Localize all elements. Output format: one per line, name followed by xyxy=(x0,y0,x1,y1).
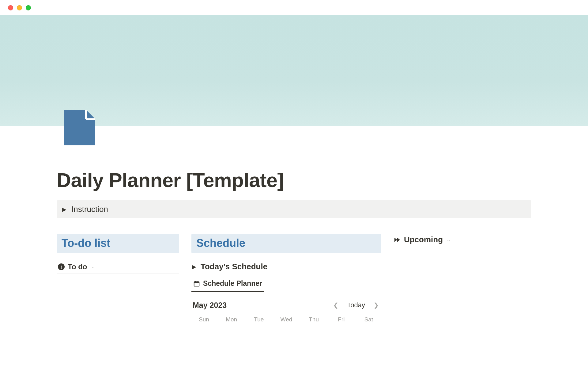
tab-divider xyxy=(264,277,381,292)
upcoming-column: Upcoming ⌄ xyxy=(394,234,531,249)
instruction-label: Instruction xyxy=(71,205,108,214)
todo-view-name: To do xyxy=(68,263,87,271)
exclamation-icon: ! xyxy=(58,263,65,270)
chevron-down-icon: ⌄ xyxy=(447,237,450,243)
schedule-heading[interactable]: Schedule xyxy=(191,234,381,253)
triangle-right-icon: ▶ xyxy=(192,263,196,270)
todo-view-tab[interactable]: ! To do ⌄ xyxy=(57,260,179,274)
upcoming-view-tab[interactable]: Upcoming ⌄ xyxy=(394,235,531,249)
weekday-label: Sun xyxy=(193,316,215,323)
calendar-month-label[interactable]: May 2023 xyxy=(193,301,227,310)
calendar-weekday-row: Sun Mon Tue Wed Thu Fri Sat xyxy=(191,316,381,324)
weekday-label: Wed xyxy=(276,316,297,323)
schedule-planner-tab-label: Schedule Planner xyxy=(203,279,262,288)
todays-schedule-toggle[interactable]: ▶ Today's Schedule xyxy=(191,260,381,277)
page-title[interactable]: Daily Planner [Template] xyxy=(57,169,531,192)
svg-marker-4 xyxy=(86,110,95,119)
todo-column: To-do list ! To do ⌄ xyxy=(57,234,179,274)
window-titlebar xyxy=(0,0,588,15)
schedule-planner-tab[interactable]: Schedule Planner xyxy=(191,277,264,292)
calendar-icon xyxy=(193,280,200,287)
page-cover[interactable] xyxy=(0,15,588,126)
fast-forward-icon xyxy=(394,236,401,243)
weekday-label: Sat xyxy=(358,316,379,323)
instruction-toggle[interactable]: ▶ Instruction xyxy=(57,200,531,218)
calendar-next-button[interactable]: ❯ xyxy=(372,300,380,310)
svg-marker-12 xyxy=(397,238,400,242)
svg-rect-9 xyxy=(195,281,196,282)
weekday-label: Tue xyxy=(248,316,270,323)
triangle-right-icon: ▶ xyxy=(62,206,66,213)
weekday-label: Thu xyxy=(303,316,325,323)
calendar-today-button[interactable]: Today xyxy=(347,301,365,309)
page-icon[interactable] xyxy=(64,110,95,145)
todo-heading[interactable]: To-do list xyxy=(57,234,179,253)
svg-marker-11 xyxy=(394,238,397,242)
window-minimize-button[interactable] xyxy=(17,5,22,10)
document-icon xyxy=(64,110,95,145)
window-close-button[interactable] xyxy=(8,5,13,10)
weekday-label: Fri xyxy=(330,316,352,323)
svg-rect-8 xyxy=(194,282,199,283)
calendar-prev-button[interactable]: ❮ xyxy=(332,300,340,310)
chevron-down-icon: ⌄ xyxy=(92,264,95,269)
window-zoom-button[interactable] xyxy=(26,5,31,10)
weekday-label: Mon xyxy=(221,316,242,323)
todays-schedule-label: Today's Schedule xyxy=(201,262,267,271)
svg-rect-10 xyxy=(198,281,198,282)
upcoming-label: Upcoming xyxy=(404,235,443,244)
schedule-column: Schedule ▶ Today's Schedule Schedule Pla… xyxy=(191,234,381,324)
